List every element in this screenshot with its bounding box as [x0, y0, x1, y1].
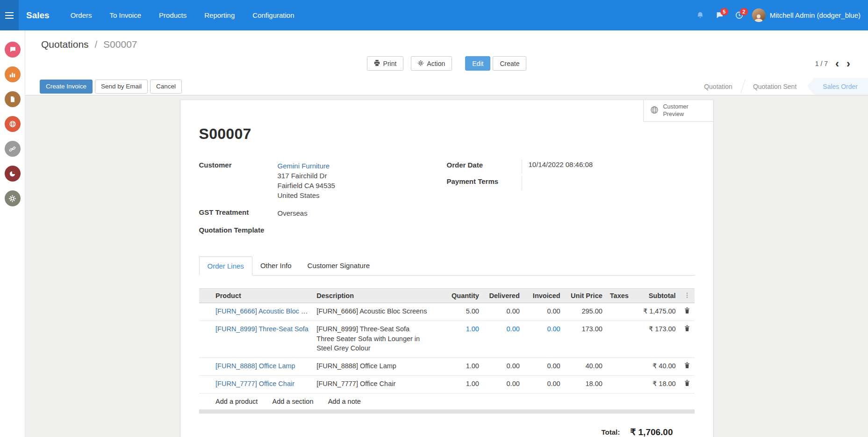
total-amount: ₹ 1,706.00 — [630, 427, 673, 437]
line-taxes — [606, 303, 630, 321]
statusbar: Create Invoice Send by Email Cancel Quot… — [25, 78, 868, 95]
globe-icon[interactable] — [5, 116, 21, 132]
line-taxes — [606, 375, 630, 393]
row-handle[interactable] — [199, 321, 212, 358]
line-delivered: 0.00 — [483, 375, 524, 393]
field-group-left: Customer Gemini Furniture 317 Fairchild … — [199, 160, 447, 235]
breadcrumb: Quotations / S00007 — [25, 30, 868, 50]
taxes-column-header: Taxes — [606, 289, 630, 303]
menu-products[interactable]: Products — [150, 0, 195, 30]
quotation-template-label: Quotation Template — [199, 225, 278, 235]
status-quotation-sent[interactable]: Quotation Sent — [743, 78, 807, 95]
breadcrumb-quotations[interactable]: Quotations — [41, 39, 89, 50]
row-handle[interactable] — [199, 357, 212, 375]
create-button[interactable]: Create — [493, 56, 526, 71]
add-a-product-link[interactable]: Add a product — [215, 398, 258, 405]
document-icon[interactable] — [5, 91, 21, 107]
pager-count[interactable]: 1 / 7 — [815, 60, 828, 67]
list-header-row: Product Description Quantity Delivered I… — [199, 289, 695, 303]
form-sheet: Customer Preview S00007 Customer Gemini … — [180, 100, 714, 437]
menu-reporting[interactable]: Reporting — [195, 0, 244, 30]
line-description: [FURN_8999] Three-Seat Sofa — [316, 325, 409, 333]
menu-orders[interactable]: Orders — [62, 0, 101, 30]
product-link[interactable]: [FURN_6666] Acoustic Bloc Scree... — [215, 307, 313, 315]
activities-badge: 2 — [740, 8, 748, 15]
print-button[interactable]: Print — [367, 56, 404, 71]
send-by-email-button[interactable]: Send by Email — [95, 80, 148, 94]
menu-to-invoice[interactable]: To Invoice — [101, 0, 151, 30]
row-handle[interactable] — [199, 303, 212, 321]
line-unit-price: 173.00 — [564, 321, 606, 358]
product-link[interactable]: [FURN_8888] Office Lamp — [215, 362, 295, 370]
tab-order-lines[interactable]: Order Lines — [199, 256, 252, 276]
address-line: Fairfield CA 94535 — [278, 181, 335, 190]
delete-line-icon[interactable] — [680, 321, 695, 358]
bell-icon[interactable] — [692, 7, 708, 23]
gear-icon[interactable] — [5, 190, 21, 206]
breadcrumb-current-record: S00007 — [103, 39, 137, 50]
edit-button[interactable]: Edit — [465, 56, 490, 71]
payment-terms-label: Payment Terms — [447, 176, 522, 187]
action-button[interactable]: Action — [411, 56, 452, 71]
status-sales-order[interactable]: Sales Order — [807, 78, 868, 95]
customer-link[interactable]: Gemini Furniture — [278, 161, 335, 171]
line-invoiced: 0.00 — [524, 375, 564, 393]
apps-menu-button[interactable] — [0, 0, 19, 30]
customer-preview-button[interactable]: Customer Preview — [643, 100, 713, 122]
chat-bubble-icon[interactable] — [5, 42, 21, 58]
line-description: [FURN_7777] Office Chair — [316, 380, 395, 387]
delete-line-icon[interactable] — [680, 357, 695, 375]
delete-line-icon[interactable] — [680, 303, 695, 321]
line-invoiced: 0.00 — [524, 303, 564, 321]
user-menu[interactable]: Mitchell Admin (dodger_blue) — [770, 11, 861, 19]
record-area: Customer Preview S00007 Customer Gemini … — [25, 95, 868, 437]
menu-configuration[interactable]: Configuration — [244, 0, 303, 30]
tab-other-info[interactable]: Other Info — [252, 256, 300, 276]
customer-preview-label: Customer Preview — [663, 103, 692, 118]
line-description: [FURN_6666] Acoustic Bloc Screens — [316, 307, 427, 315]
create-invoice-button[interactable]: Create Invoice — [40, 80, 93, 94]
control-panel: Quotations / S00007 Print Action Ed — [25, 30, 868, 95]
line-quantity: 1.00 — [441, 321, 483, 358]
customer-address: 317 Fairchild Dr Fairfield CA 94535 Unit… — [278, 171, 335, 200]
status-steps: Quotation Quotation Sent Sales Order — [694, 78, 868, 95]
description-column-header: Description — [313, 289, 440, 303]
order-date-field: Order Date 10/14/2022 08:46:08 — [447, 160, 695, 174]
product-link[interactable]: [FURN_7777] Office Chair — [215, 380, 294, 387]
line-delivered: 0.00 — [483, 357, 524, 375]
content-area: Quotations / S00007 Print Action Ed — [25, 30, 868, 437]
delete-line-icon[interactable] — [680, 375, 695, 393]
product-link[interactable]: [FURN_8999] Three-Seat Sofa — [215, 325, 308, 333]
order-line-row: [FURN_8999] Three-Seat Sofa [FURN_8999] … — [199, 321, 695, 358]
line-subtotal: ₹ 40.00 — [630, 357, 680, 375]
line-unit-price: 18.00 — [564, 375, 606, 393]
delivered-column-header: Delivered — [483, 289, 524, 303]
customer-field: Customer Gemini Furniture 317 Fairchild … — [199, 160, 447, 202]
pager-next-icon[interactable]: › — [846, 58, 850, 69]
main-menu: Orders To Invoice Products Reporting Con… — [62, 0, 303, 30]
row-handle[interactable] — [199, 375, 212, 393]
chain-link-icon[interactable] — [5, 141, 21, 157]
add-a-section-link[interactable]: Add a section — [273, 398, 314, 405]
line-invoiced: 0.00 — [524, 321, 564, 358]
optional-columns-icon[interactable] — [680, 289, 695, 303]
pager-previous-icon[interactable]: ‹ — [835, 58, 839, 69]
cancel-button[interactable]: Cancel — [150, 80, 182, 94]
unit-price-column-header: Unit Price — [564, 289, 606, 303]
gst-treatment-value: Overseas — [278, 207, 308, 219]
add-a-note-link[interactable]: Add a note — [328, 398, 361, 405]
user-avatar[interactable] — [752, 8, 766, 22]
line-taxes — [606, 321, 630, 358]
bar-chart-icon[interactable] — [5, 66, 21, 82]
pie-chart-icon[interactable] — [5, 166, 21, 182]
line-delivered: 0.00 — [483, 303, 524, 321]
activities-clock-icon[interactable]: 2 — [732, 7, 747, 23]
app-brand[interactable]: Sales — [26, 10, 50, 21]
invoiced-column-header: Invoiced — [524, 289, 564, 303]
tab-customer-signature[interactable]: Customer Signature — [300, 256, 378, 276]
address-line: 317 Fairchild Dr — [278, 171, 335, 181]
status-quotation[interactable]: Quotation — [694, 78, 743, 95]
field-groups: Customer Gemini Furniture 317 Fairchild … — [199, 160, 695, 235]
messages-icon[interactable]: 5 — [712, 7, 728, 23]
quotation-template-field: Quotation Template — [199, 225, 447, 235]
